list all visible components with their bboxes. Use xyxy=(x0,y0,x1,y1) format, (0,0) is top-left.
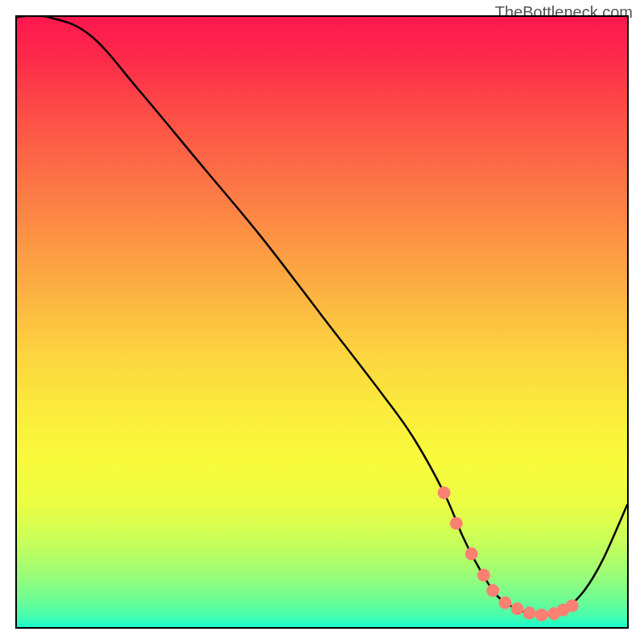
chart-container: TheBottleneck.com xyxy=(0,0,644,644)
curve-layer xyxy=(17,17,627,627)
marker-dot xyxy=(498,597,511,609)
marker-group xyxy=(438,486,579,621)
marker-dot xyxy=(523,607,536,620)
marker-dot xyxy=(566,600,579,613)
marker-dot xyxy=(438,486,451,499)
marker-dot xyxy=(465,547,478,560)
curve-line xyxy=(17,17,627,615)
marker-dot xyxy=(477,569,490,582)
marker-dot xyxy=(511,602,524,615)
marker-dot xyxy=(535,609,548,621)
plot-area xyxy=(15,15,629,629)
marker-dot xyxy=(450,517,463,530)
marker-dot xyxy=(486,584,499,597)
